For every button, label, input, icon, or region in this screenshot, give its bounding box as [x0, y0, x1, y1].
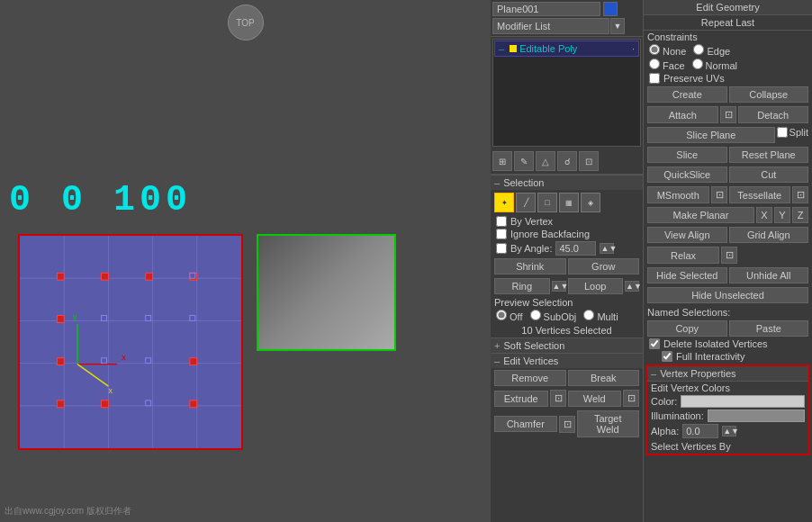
- hide-selected-button[interactable]: Hide Selected: [647, 267, 727, 284]
- alpha-input[interactable]: [682, 424, 718, 438]
- editable-poly-item[interactable]: – Editable Poly ·: [494, 40, 639, 57]
- ignore-backfacing-checkbox[interactable]: [496, 229, 507, 239]
- attach-list-button[interactable]: ⊡: [720, 106, 736, 123]
- extrude-settings-button[interactable]: ⊡: [550, 390, 566, 407]
- edge-radio[interactable]: [693, 44, 704, 55]
- relax-button[interactable]: Relax: [647, 247, 719, 264]
- off-radio[interactable]: [496, 310, 507, 320]
- slice-button[interactable]: Slice: [647, 147, 727, 163]
- constraints-row-2: Face Normal: [644, 58, 812, 72]
- tool-icon-5[interactable]: ⊡: [579, 151, 599, 171]
- weld-button[interactable]: Weld: [568, 391, 622, 407]
- msmooth-button[interactable]: MSmooth: [647, 186, 709, 203]
- target-weld-button[interactable]: Target Weld: [577, 410, 640, 437]
- hide-unselected-button[interactable]: Hide Unselected: [647, 287, 808, 303]
- none-option[interactable]: None: [649, 44, 686, 57]
- reset-plane-button[interactable]: Reset Plane: [729, 147, 809, 163]
- alpha-spinner[interactable]: ▲▼: [722, 426, 736, 436]
- remove-button[interactable]: Remove: [494, 370, 566, 386]
- pin-icon[interactable]: ·: [632, 43, 635, 54]
- paste-named-button[interactable]: Paste: [729, 320, 809, 337]
- detach-button[interactable]: Detach: [738, 106, 809, 123]
- subobj-radio[interactable]: [530, 310, 541, 320]
- face-option[interactable]: Face: [649, 58, 685, 71]
- tessellate-settings[interactable]: ⊡: [792, 186, 808, 203]
- tessellate-button[interactable]: Tessellate: [729, 186, 791, 203]
- chamfer-settings-button[interactable]: ⊡: [559, 416, 575, 433]
- off-option[interactable]: Off: [496, 310, 523, 322]
- copy-named-button[interactable]: Copy: [647, 320, 727, 337]
- face-radio[interactable]: [649, 58, 660, 69]
- sel-mode-vertex[interactable]: ✦: [494, 193, 514, 212]
- repeat-last-button[interactable]: Repeat Last: [644, 15, 812, 31]
- shrink-button[interactable]: Shrink: [494, 258, 566, 274]
- modifier-list-button[interactable]: Modifier List: [492, 18, 609, 34]
- obj-name-input[interactable]: [492, 2, 600, 16]
- tool-icon-2[interactable]: ✎: [514, 151, 534, 171]
- svg-text:x: x: [108, 386, 113, 395]
- color-swatch[interactable]: [681, 395, 805, 408]
- x-button[interactable]: X: [756, 207, 772, 223]
- make-planar-button[interactable]: Make Planar: [647, 207, 754, 223]
- create-button[interactable]: Create: [647, 86, 727, 103]
- normal-radio[interactable]: [692, 58, 703, 69]
- edge-option[interactable]: Edge: [693, 44, 730, 57]
- view-align-button[interactable]: View Align: [647, 227, 727, 243]
- collapse-button[interactable]: Collapse: [729, 86, 809, 103]
- by-angle-row: By Angle: ▲▼: [491, 240, 643, 256]
- full-interactivity-row: Full Interactivity: [644, 350, 812, 363]
- svg-rect-20: [190, 400, 197, 408]
- unhide-all-button[interactable]: Unhide All: [729, 267, 809, 284]
- delete-isolated-checkbox[interactable]: [649, 338, 660, 349]
- hide-unselected-row: Hide Unselected: [644, 285, 812, 305]
- grid-align-button[interactable]: Grid Align: [729, 227, 809, 243]
- subobj-option[interactable]: SubObj: [530, 310, 577, 322]
- ring-button[interactable]: Ring: [494, 278, 550, 294]
- by-angle-checkbox[interactable]: [496, 243, 507, 254]
- weld-settings-button[interactable]: ⊡: [623, 390, 639, 407]
- grow-button[interactable]: Grow: [568, 258, 640, 274]
- sel-mode-border[interactable]: □: [537, 193, 557, 212]
- extrude-button[interactable]: Extrude: [494, 391, 548, 407]
- z-button[interactable]: Z: [792, 207, 808, 223]
- quickslice-button[interactable]: QuickSlice: [647, 166, 727, 183]
- viewport-top-label[interactable]: TOP: [228, 4, 264, 40]
- loop-button[interactable]: Loop: [568, 278, 624, 294]
- normal-option[interactable]: Normal: [692, 58, 738, 71]
- sel-mode-edge[interactable]: ╱: [516, 193, 536, 212]
- soft-sel-header[interactable]: + Soft Selection: [491, 338, 643, 353]
- tool-icon-1[interactable]: ⊞: [492, 151, 512, 171]
- relax-settings[interactable]: ⊡: [721, 247, 737, 264]
- tool-icon-4[interactable]: ☌: [557, 151, 577, 171]
- slice-plane-button[interactable]: Slice Plane: [647, 127, 775, 143]
- by-angle-input[interactable]: [555, 241, 596, 256]
- break-button[interactable]: Break: [568, 370, 640, 386]
- illumination-swatch[interactable]: [708, 410, 805, 422]
- none-radio[interactable]: [649, 44, 660, 55]
- sel-mode-poly[interactable]: ▦: [559, 193, 579, 212]
- edit-vertices-header[interactable]: – Edit Vertices: [491, 354, 643, 368]
- multi-option[interactable]: Multi: [583, 310, 618, 322]
- sel-mode-element[interactable]: ◈: [581, 193, 600, 212]
- chamfer-button[interactable]: Chamfer: [494, 416, 557, 432]
- by-vertex-checkbox[interactable]: [496, 216, 507, 227]
- color-row: Color:: [647, 394, 808, 409]
- selection-header[interactable]: – Selection: [491, 176, 643, 190]
- angle-spinner[interactable]: ▲▼: [600, 243, 614, 254]
- top-view-button[interactable]: TOP: [228, 4, 264, 40]
- y-button[interactable]: Y: [774, 207, 790, 223]
- modifier-list-dropdown[interactable]: ▼: [610, 18, 625, 34]
- split-checkbox[interactable]: [777, 127, 788, 138]
- obj-color-swatch[interactable]: [603, 2, 618, 16]
- multi-radio[interactable]: [583, 310, 594, 320]
- cut-button[interactable]: Cut: [729, 166, 809, 183]
- preserve-uvs-label: Preserve UVs: [663, 73, 725, 84]
- vertex-props-header[interactable]: – Vertex Properties: [647, 366, 808, 382]
- tool-icon-3[interactable]: △: [536, 151, 555, 171]
- full-interactivity-checkbox[interactable]: [662, 351, 672, 362]
- ring-spinner[interactable]: ▲▼: [552, 281, 566, 292]
- loop-spinner[interactable]: ▲▼: [625, 281, 639, 292]
- msmooth-settings[interactable]: ⊡: [711, 186, 727, 203]
- attach-button[interactable]: Attach: [647, 106, 718, 123]
- preserve-uvs-checkbox[interactable]: [649, 73, 660, 84]
